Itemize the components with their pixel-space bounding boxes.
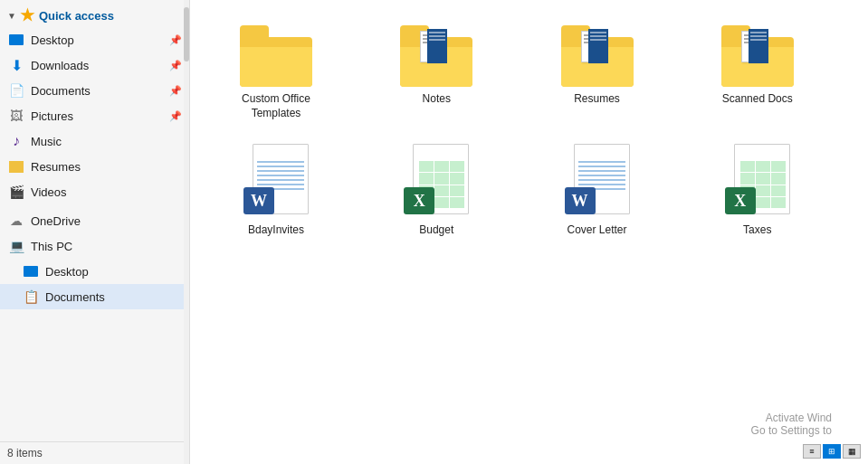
desktop2-icon bbox=[22, 262, 40, 280]
sidebar-label-music: Music bbox=[31, 135, 62, 148]
excel-badge-taxes: X bbox=[725, 187, 756, 214]
documents2-icon: 📋 bbox=[22, 288, 40, 306]
downloads-icon: ⬇ bbox=[7, 56, 25, 74]
sidebar-item-thispc[interactable]: 💻 This PC bbox=[0, 233, 189, 259]
sidebar-label-documents: Documents bbox=[31, 84, 91, 98]
sidebar-item-music[interactable]: ♪ Music bbox=[0, 128, 189, 154]
sidebar-item-desktop2[interactable]: Desktop bbox=[0, 259, 189, 284]
file-item-scanned-docs[interactable]: Scanned Docs bbox=[699, 18, 816, 128]
sidebar: ▼ ★ Quick access Desktop 📌 ⬇ Downloads 📌… bbox=[0, 0, 190, 464]
view-btn-large[interactable]: ▦ bbox=[843, 444, 861, 459]
pin-icon-pics: 📌 bbox=[169, 110, 182, 122]
pin-icon: 📌 bbox=[169, 34, 182, 46]
file-item-bdayinvites[interactable]: W BdayInvites bbox=[217, 137, 335, 245]
sidebar-label-documents2: Documents bbox=[45, 290, 105, 304]
file-label-notes: Notes bbox=[423, 92, 451, 107]
folder-icon-notes bbox=[400, 25, 472, 87]
resumes-folder-icon bbox=[7, 157, 25, 175]
sidebar-item-desktop[interactable]: Desktop 📌 bbox=[0, 27, 189, 52]
sidebar-quickaccess-header[interactable]: ▼ ★ Quick access bbox=[0, 0, 189, 27]
folder-icon-custom-office bbox=[240, 25, 312, 87]
main-content: Custom Office Templates bbox=[190, 0, 868, 464]
sidebar-label-onedrive: OneDrive bbox=[31, 214, 81, 228]
excel-icon-taxes: X bbox=[725, 144, 790, 218]
file-item-budget[interactable]: X Budget bbox=[377, 137, 495, 245]
sidebar-label-thispc: This PC bbox=[31, 240, 72, 253]
word-icon-cover-letter: W bbox=[565, 144, 630, 218]
sidebar-scroll: ▼ ★ Quick access Desktop 📌 ⬇ Downloads 📌… bbox=[0, 0, 189, 441]
chevron-icon: ▼ bbox=[7, 11, 16, 21]
scrollbar-track[interactable] bbox=[184, 0, 189, 464]
word-badge-cover: W bbox=[565, 187, 596, 214]
music-icon: ♪ bbox=[7, 132, 25, 150]
file-label-resumes-folder: Resumes bbox=[574, 92, 620, 107]
videos-icon: 🎬 bbox=[7, 183, 25, 201]
word-badge: W bbox=[243, 187, 274, 214]
view-btn-list[interactable]: ≡ bbox=[803, 444, 821, 459]
view-btn-details[interactable]: ⊞ bbox=[823, 444, 841, 459]
documents-icon: 📄 bbox=[7, 81, 25, 99]
file-item-taxes[interactable]: X Taxes bbox=[699, 137, 816, 245]
view-buttons: ≡ ⊞ ▦ bbox=[803, 444, 861, 459]
onedrive-icon: ☁ bbox=[7, 212, 25, 230]
pictures-icon: 🖼 bbox=[7, 107, 25, 125]
sidebar-label-pictures: Pictures bbox=[31, 109, 73, 123]
sidebar-label-downloads: Downloads bbox=[31, 59, 89, 72]
activate-watermark: Activate Wind Go to Settings to bbox=[751, 412, 832, 437]
sidebar-item-pictures[interactable]: 🖼 Pictures 📌 bbox=[0, 103, 189, 128]
excel-icon-budget: X bbox=[404, 144, 469, 218]
folder-icon-scanned bbox=[721, 25, 794, 87]
quickaccess-label: Quick access bbox=[39, 9, 114, 23]
sidebar-status: 8 items bbox=[0, 441, 189, 464]
sidebar-label-videos: Videos bbox=[31, 185, 67, 199]
file-grid: Custom Office Templates bbox=[217, 18, 841, 245]
pin-icon-docs: 📌 bbox=[169, 85, 182, 97]
file-item-notes[interactable]: Notes bbox=[377, 18, 495, 128]
file-label-bdayinvites: BdayInvites bbox=[248, 223, 304, 238]
file-item-custom-office[interactable]: Custom Office Templates bbox=[217, 18, 335, 128]
watermark-line2: Go to Settings to bbox=[751, 424, 832, 437]
file-label-cover-letter: Cover Letter bbox=[567, 223, 626, 238]
sidebar-item-downloads[interactable]: ⬇ Downloads 📌 bbox=[0, 52, 189, 78]
sidebar-label-desktop: Desktop bbox=[31, 33, 74, 47]
file-item-resumes-folder[interactable]: Resumes bbox=[539, 18, 656, 128]
pin-icon-downloads: 📌 bbox=[169, 60, 182, 71]
file-item-cover-letter[interactable]: W Cover Letter bbox=[539, 137, 656, 245]
thispc-icon: 💻 bbox=[7, 237, 25, 255]
desktop-icon bbox=[7, 31, 25, 49]
word-icon-bdayinvites: W bbox=[243, 144, 309, 218]
folder-icon-resumes bbox=[561, 25, 634, 87]
scrollbar-thumb[interactable] bbox=[184, 7, 189, 62]
sidebar-item-documents[interactable]: 📄 Documents 📌 bbox=[0, 78, 189, 103]
watermark-line1: Activate Wind bbox=[751, 412, 832, 424]
file-label-scanned-docs: Scanned Docs bbox=[722, 92, 793, 107]
sidebar-item-resumes[interactable]: Resumes bbox=[0, 154, 189, 179]
file-label-budget: Budget bbox=[419, 223, 453, 238]
quickaccess-icon: ★ bbox=[20, 5, 34, 25]
sidebar-item-videos[interactable]: 🎬 Videos bbox=[0, 179, 189, 204]
file-label-custom-office: Custom Office Templates bbox=[224, 92, 328, 120]
sidebar-label-desktop2: Desktop bbox=[45, 265, 89, 279]
file-label-taxes: Taxes bbox=[743, 223, 771, 238]
item-count: 8 items bbox=[7, 447, 43, 459]
sidebar-label-resumes: Resumes bbox=[31, 160, 81, 174]
sidebar-item-onedrive[interactable]: ☁ OneDrive bbox=[0, 208, 189, 233]
sidebar-item-documents2[interactable]: 📋 Documents bbox=[0, 284, 189, 309]
excel-badge-budget: X bbox=[404, 187, 434, 214]
